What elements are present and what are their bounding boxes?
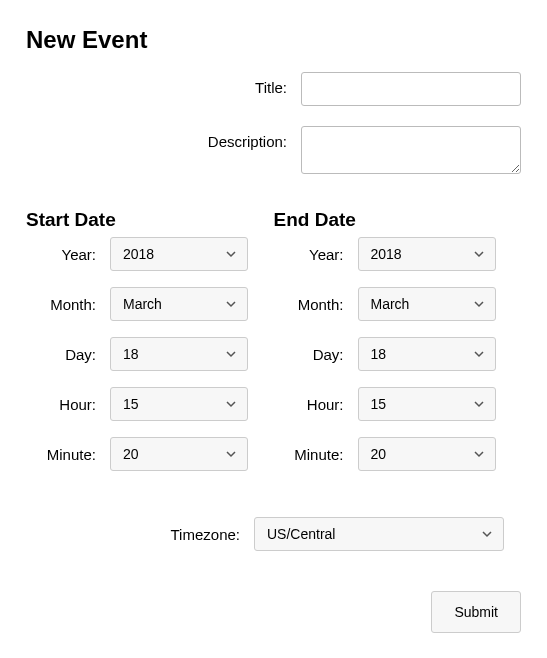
end-month-label: Month:: [274, 296, 358, 313]
chevron-down-icon: [481, 528, 493, 540]
start-minute-select[interactable]: 20: [110, 437, 248, 471]
chevron-down-icon: [473, 298, 485, 310]
chevron-down-icon: [473, 398, 485, 410]
end-year-select[interactable]: 2018: [358, 237, 496, 271]
start-minute-value: 20: [123, 446, 139, 462]
end-day-select[interactable]: 18: [358, 337, 496, 371]
end-minute-label: Minute:: [274, 446, 358, 463]
end-day-label: Day:: [274, 346, 358, 363]
chevron-down-icon: [225, 248, 237, 260]
end-hour-value: 15: [371, 396, 387, 412]
end-year-value: 2018: [371, 246, 402, 262]
end-month-select[interactable]: March: [358, 287, 496, 321]
start-year-value: 2018: [123, 246, 154, 262]
start-year-label: Year:: [26, 246, 110, 263]
end-hour-select[interactable]: 15: [358, 387, 496, 421]
end-minute-value: 20: [371, 446, 387, 462]
end-month-value: March: [371, 296, 410, 312]
chevron-down-icon: [225, 398, 237, 410]
chevron-down-icon: [225, 348, 237, 360]
end-day-value: 18: [371, 346, 387, 362]
timezone-value: US/Central: [267, 526, 335, 542]
timezone-select[interactable]: US/Central: [254, 517, 504, 551]
description-label: Description:: [26, 126, 301, 150]
end-date-section: End Date Year: 2018 Month: March Day: 18…: [274, 209, 522, 487]
submit-button[interactable]: Submit: [431, 591, 521, 633]
title-label: Title:: [26, 72, 301, 96]
start-date-section: Start Date Year: 2018 Month: March Day: …: [26, 209, 274, 487]
start-minute-label: Minute:: [26, 446, 110, 463]
start-month-value: March: [123, 296, 162, 312]
start-hour-label: Hour:: [26, 396, 110, 413]
start-hour-value: 15: [123, 396, 139, 412]
start-hour-select[interactable]: 15: [110, 387, 248, 421]
chevron-down-icon: [473, 348, 485, 360]
title-input[interactable]: [301, 72, 521, 106]
end-hour-label: Hour:: [274, 396, 358, 413]
start-month-select[interactable]: March: [110, 287, 248, 321]
start-date-heading: Start Date: [26, 209, 274, 231]
start-year-select[interactable]: 2018: [110, 237, 248, 271]
page-title: New Event: [26, 26, 521, 54]
timezone-label: Timezone:: [26, 526, 254, 543]
chevron-down-icon: [225, 298, 237, 310]
end-minute-select[interactable]: 20: [358, 437, 496, 471]
chevron-down-icon: [473, 248, 485, 260]
chevron-down-icon: [473, 448, 485, 460]
start-month-label: Month:: [26, 296, 110, 313]
start-day-select[interactable]: 18: [110, 337, 248, 371]
end-date-heading: End Date: [274, 209, 522, 231]
start-day-label: Day:: [26, 346, 110, 363]
start-day-value: 18: [123, 346, 139, 362]
chevron-down-icon: [225, 448, 237, 460]
end-year-label: Year:: [274, 246, 358, 263]
description-input[interactable]: [301, 126, 521, 174]
